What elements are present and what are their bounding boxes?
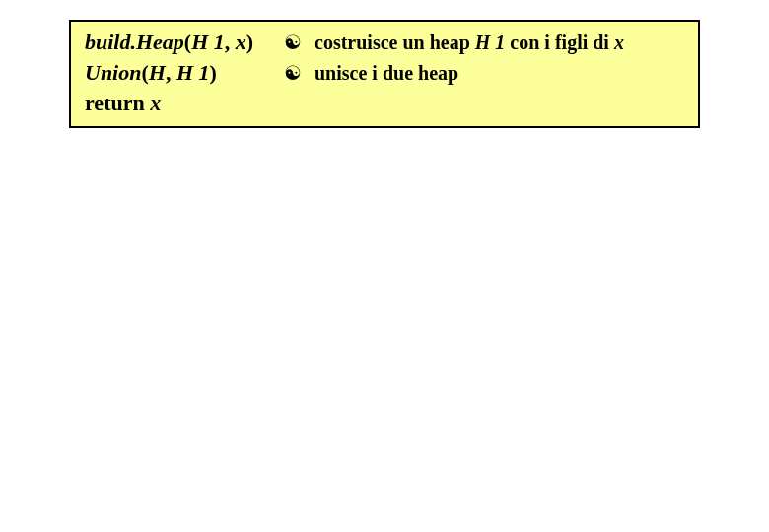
code-row: return x	[85, 89, 684, 119]
comment-cell	[282, 90, 684, 117]
fn-name: build.Heap	[85, 30, 184, 54]
paren-close: )	[210, 60, 217, 85]
comment-cell: ☯ costruisce un heap H 1 con i figli di …	[282, 29, 684, 56]
code-cell: Union(H, H 1)	[85, 58, 282, 89]
comment-text: unisce i due heap	[310, 62, 458, 84]
code-cell: build.Heap(H 1, x)	[85, 28, 282, 58]
code-box: build.Heap(H 1, x) ☯ costruisce un heap …	[69, 20, 700, 128]
comment-cell: ☯ unisce i due heap	[282, 59, 684, 87]
code-row: Union(H, H 1) ☯ unisce i due heap	[85, 58, 684, 89]
code-cell: return x	[85, 89, 282, 119]
comment-em: x	[614, 32, 624, 53]
slide: build.Heap(H 1, x) ☯ costruisce un heap …	[0, 0, 769, 532]
paren-close: )	[246, 30, 253, 54]
fn-name: Union	[85, 60, 141, 85]
sep: ,	[166, 60, 176, 85]
arg: x	[150, 91, 161, 115]
paren-open: (	[141, 60, 148, 85]
tick-icon: ☯	[282, 29, 304, 56]
comment-text: con i figli di	[505, 32, 614, 53]
tick-icon: ☯	[282, 59, 304, 87]
comment-em: H 1	[475, 32, 506, 53]
arg: H	[149, 60, 166, 85]
code-row: build.Heap(H 1, x) ☯ costruisce un heap …	[85, 28, 684, 58]
arg: H 1	[191, 30, 225, 54]
sep: ,	[225, 30, 236, 54]
arg: H 1	[176, 60, 210, 85]
comment-text: costruisce un heap	[310, 32, 475, 53]
fn-name: return	[85, 91, 150, 115]
arg: x	[236, 30, 246, 54]
